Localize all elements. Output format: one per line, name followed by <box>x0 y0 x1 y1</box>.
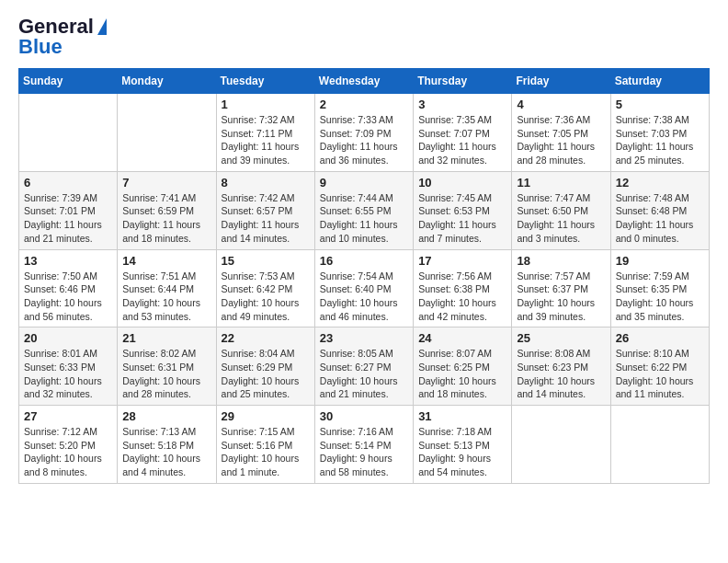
day-cell: 14Sunrise: 7:51 AMSunset: 6:44 PMDayligh… <box>118 249 216 327</box>
day-info: Sunrise: 7:35 AMSunset: 7:07 PMDaylight:… <box>418 113 506 167</box>
day-info: Sunrise: 8:10 AMSunset: 6:22 PMDaylight:… <box>616 347 704 401</box>
day-number: 21 <box>122 331 210 345</box>
week-row-2: 6Sunrise: 7:39 AMSunset: 7:01 PMDaylight… <box>19 171 710 249</box>
day-cell: 18Sunrise: 7:57 AMSunset: 6:37 PMDayligh… <box>512 249 610 327</box>
day-cell: 2Sunrise: 7:33 AMSunset: 7:09 PMDaylight… <box>314 94 413 172</box>
page: General Blue SundayMondayTuesdayWednesda… <box>0 0 728 563</box>
day-number: 23 <box>320 331 408 345</box>
day-cell: 22Sunrise: 8:04 AMSunset: 6:29 PMDayligh… <box>216 327 314 406</box>
day-cell: 23Sunrise: 8:05 AMSunset: 6:27 PMDayligh… <box>314 327 413 406</box>
day-number: 17 <box>418 254 506 268</box>
day-info: Sunrise: 8:08 AMSunset: 6:23 PMDaylight:… <box>517 347 605 401</box>
day-info: Sunrise: 7:51 AMSunset: 6:44 PMDaylight:… <box>122 270 210 324</box>
day-number: 16 <box>320 254 408 268</box>
day-number: 4 <box>517 98 605 111</box>
week-row-1: 1Sunrise: 7:32 AMSunset: 7:11 PMDaylight… <box>19 94 710 172</box>
day-cell: 5Sunrise: 7:38 AMSunset: 7:03 PMDaylight… <box>610 94 709 172</box>
day-info: Sunrise: 7:15 AMSunset: 5:16 PMDaylight:… <box>222 425 310 479</box>
week-row-5: 27Sunrise: 7:12 AMSunset: 5:20 PMDayligh… <box>19 406 710 484</box>
day-number: 22 <box>222 331 310 345</box>
day-cell <box>610 406 709 484</box>
day-info: Sunrise: 8:04 AMSunset: 6:29 PMDaylight:… <box>222 347 310 401</box>
day-number: 3 <box>418 98 506 111</box>
day-info: Sunrise: 7:36 AMSunset: 7:05 PMDaylight:… <box>517 113 605 167</box>
logo: General Blue <box>18 15 107 59</box>
day-info: Sunrise: 7:16 AMSunset: 5:14 PMDaylight:… <box>320 425 408 479</box>
day-cell: 13Sunrise: 7:50 AMSunset: 6:46 PMDayligh… <box>19 249 118 327</box>
day-number: 24 <box>418 331 506 345</box>
day-cell: 30Sunrise: 7:16 AMSunset: 5:14 PMDayligh… <box>314 406 413 484</box>
day-cell: 1Sunrise: 7:32 AMSunset: 7:11 PMDaylight… <box>216 94 314 172</box>
day-number: 13 <box>24 254 112 268</box>
day-info: Sunrise: 8:05 AMSunset: 6:27 PMDaylight:… <box>320 347 408 401</box>
weekday-header-monday: Monday <box>118 69 216 94</box>
day-cell <box>19 94 118 172</box>
day-cell: 6Sunrise: 7:39 AMSunset: 7:01 PMDaylight… <box>19 171 118 249</box>
day-info: Sunrise: 7:48 AMSunset: 6:48 PMDaylight:… <box>616 191 704 246</box>
day-number: 10 <box>418 176 506 190</box>
day-info: Sunrise: 7:54 AMSunset: 6:40 PMDaylight:… <box>320 270 408 324</box>
day-cell: 28Sunrise: 7:13 AMSunset: 5:18 PMDayligh… <box>118 406 216 484</box>
day-info: Sunrise: 7:44 AMSunset: 6:55 PMDaylight:… <box>320 191 408 246</box>
day-cell: 11Sunrise: 7:47 AMSunset: 6:50 PMDayligh… <box>512 171 610 249</box>
day-info: Sunrise: 8:01 AMSunset: 6:33 PMDaylight:… <box>24 347 112 401</box>
day-info: Sunrise: 7:32 AMSunset: 7:11 PMDaylight:… <box>222 113 310 167</box>
day-cell: 17Sunrise: 7:56 AMSunset: 6:38 PMDayligh… <box>414 249 512 327</box>
day-info: Sunrise: 8:02 AMSunset: 6:31 PMDaylight:… <box>122 347 210 401</box>
day-cell: 15Sunrise: 7:53 AMSunset: 6:42 PMDayligh… <box>216 249 314 327</box>
day-number: 19 <box>616 254 704 268</box>
day-number: 7 <box>122 176 210 190</box>
day-cell: 8Sunrise: 7:42 AMSunset: 6:57 PMDaylight… <box>216 171 314 249</box>
day-number: 1 <box>222 98 310 111</box>
weekday-header-friday: Friday <box>512 69 610 94</box>
day-number: 28 <box>122 409 210 423</box>
day-cell: 20Sunrise: 8:01 AMSunset: 6:33 PMDayligh… <box>19 327 118 406</box>
day-cell <box>118 94 216 172</box>
day-cell: 24Sunrise: 8:07 AMSunset: 6:25 PMDayligh… <box>414 327 512 406</box>
day-cell: 31Sunrise: 7:18 AMSunset: 5:13 PMDayligh… <box>414 406 512 484</box>
day-info: Sunrise: 7:18 AMSunset: 5:13 PMDaylight:… <box>418 425 506 479</box>
day-cell: 21Sunrise: 8:02 AMSunset: 6:31 PMDayligh… <box>118 327 216 406</box>
day-info: Sunrise: 7:13 AMSunset: 5:18 PMDaylight:… <box>122 425 210 479</box>
day-number: 20 <box>24 331 112 345</box>
day-info: Sunrise: 7:59 AMSunset: 6:35 PMDaylight:… <box>616 270 704 324</box>
day-cell: 12Sunrise: 7:48 AMSunset: 6:48 PMDayligh… <box>610 171 709 249</box>
day-number: 29 <box>222 409 310 423</box>
day-info: Sunrise: 7:38 AMSunset: 7:03 PMDaylight:… <box>616 113 704 167</box>
week-row-4: 20Sunrise: 8:01 AMSunset: 6:33 PMDayligh… <box>19 327 710 406</box>
day-info: Sunrise: 7:12 AMSunset: 5:20 PMDaylight:… <box>24 425 112 479</box>
day-cell <box>512 406 610 484</box>
logo-blue: Blue <box>18 35 63 59</box>
day-info: Sunrise: 7:50 AMSunset: 6:46 PMDaylight:… <box>24 270 112 324</box>
day-number: 26 <box>616 331 704 345</box>
day-info: Sunrise: 7:42 AMSunset: 6:57 PMDaylight:… <box>222 191 310 246</box>
day-cell: 7Sunrise: 7:41 AMSunset: 6:59 PMDaylight… <box>118 171 216 249</box>
day-info: Sunrise: 7:41 AMSunset: 6:59 PMDaylight:… <box>122 191 210 246</box>
day-cell: 26Sunrise: 8:10 AMSunset: 6:22 PMDayligh… <box>610 327 709 406</box>
day-number: 18 <box>517 254 605 268</box>
day-cell: 16Sunrise: 7:54 AMSunset: 6:40 PMDayligh… <box>314 249 413 327</box>
day-number: 5 <box>616 98 704 111</box>
day-info: Sunrise: 7:39 AMSunset: 7:01 PMDaylight:… <box>24 191 112 246</box>
day-info: Sunrise: 7:53 AMSunset: 6:42 PMDaylight:… <box>222 270 310 324</box>
day-info: Sunrise: 7:57 AMSunset: 6:37 PMDaylight:… <box>517 270 605 324</box>
day-number: 2 <box>320 98 408 111</box>
day-number: 6 <box>24 176 112 190</box>
weekday-header-row: SundayMondayTuesdayWednesdayThursdayFrid… <box>19 69 710 94</box>
calendar-table: SundayMondayTuesdayWednesdayThursdayFrid… <box>18 68 710 484</box>
day-number: 11 <box>517 176 605 190</box>
day-cell: 29Sunrise: 7:15 AMSunset: 5:16 PMDayligh… <box>216 406 314 484</box>
day-number: 8 <box>222 176 310 190</box>
day-cell: 27Sunrise: 7:12 AMSunset: 5:20 PMDayligh… <box>19 406 118 484</box>
weekday-header-tuesday: Tuesday <box>216 69 314 94</box>
day-info: Sunrise: 7:45 AMSunset: 6:53 PMDaylight:… <box>418 191 506 246</box>
weekday-header-saturday: Saturday <box>610 69 709 94</box>
day-number: 30 <box>320 409 408 423</box>
day-info: Sunrise: 8:07 AMSunset: 6:25 PMDaylight:… <box>418 347 506 401</box>
header: General Blue <box>18 15 710 59</box>
week-row-3: 13Sunrise: 7:50 AMSunset: 6:46 PMDayligh… <box>19 249 710 327</box>
weekday-header-wednesday: Wednesday <box>314 69 413 94</box>
day-number: 9 <box>320 176 408 190</box>
weekday-header-thursday: Thursday <box>414 69 512 94</box>
weekday-header-sunday: Sunday <box>19 69 118 94</box>
